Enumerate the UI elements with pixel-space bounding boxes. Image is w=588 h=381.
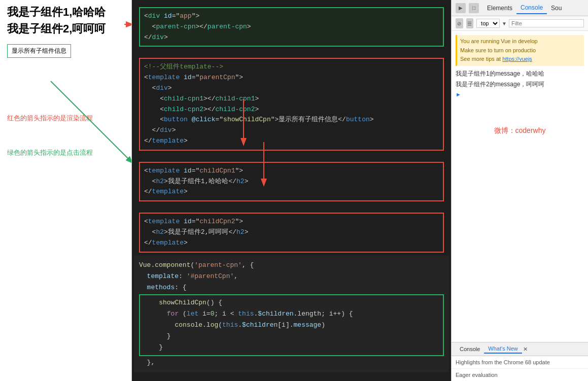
- device-icon[interactable]: □: [469, 3, 479, 13]
- code-panel: <div id="app"> <parent-cpn></parent-cpn>…: [132, 0, 451, 381]
- clear-console-icon[interactable]: ⊘: [456, 18, 463, 28]
- inspect-icon[interactable]: ▶: [456, 3, 466, 13]
- weibo-label: 微博：coderwhy: [456, 120, 584, 141]
- bottom-tab-console[interactable]: Console: [456, 345, 484, 353]
- tab-console[interactable]: Console: [516, 2, 547, 14]
- bottom-tab-whatsnew[interactable]: What's New: [484, 344, 522, 354]
- filter-input[interactable]: [509, 19, 584, 27]
- highlights-box: Highlights from the Chrome 68 update: [452, 356, 588, 369]
- preview-text1: 我是子组件1,哈哈哈: [7, 5, 124, 20]
- child1-template-block: <template id="childCpn1"> <h2>我是子组件1,哈哈哈…: [139, 162, 444, 201]
- close-whatsnew-button[interactable]: ✕: [523, 346, 528, 353]
- devtools-top-tabs: ▶ □ Elements Console Sou: [452, 0, 588, 16]
- annotation-green: 绿色的箭头指示的是点击流程: [7, 148, 124, 157]
- parent-template-block: <!--父组件template--> <template id="parentC…: [139, 58, 444, 150]
- tab-sources[interactable]: Sou: [547, 3, 566, 14]
- left-panel: 我是子组件1,哈哈哈 我是子组件2,呵呵呵 显示所有子组件信息 红色的箭头指示的…: [0, 0, 132, 381]
- console-output: You are running Vue in develop Make sure…: [452, 31, 588, 342]
- filter-icon[interactable]: ☰: [466, 18, 474, 28]
- console-log-1: 我是子组件1的message，哈哈哈: [456, 69, 584, 79]
- show-children-button[interactable]: 显示所有子组件信息: [7, 44, 71, 58]
- vue-link[interactable]: https://vuejs: [502, 56, 532, 62]
- preview-text2: 我是子组件2,呵呵呵: [7, 22, 124, 37]
- eager-evaluation-box: Eager evaluation: [452, 369, 588, 381]
- devtools-bottom-tabs: Console What's New ✕: [452, 342, 588, 356]
- child2-template-block: <template id="childCpn2"> <h2>我是子组件2,呵呵呵…: [139, 213, 444, 252]
- html-app-block: <div id="app"> <parent-cpn></parent-cpn>…: [139, 7, 444, 47]
- devtools-panel: ▶ □ Elements Console Sou ⊘ ☰ top ▼ You a…: [451, 0, 588, 381]
- vue-warning: You are running Vue in develop Make sure…: [456, 35, 584, 66]
- console-arrow[interactable]: ►: [456, 90, 584, 99]
- js-code-block: Vue.component('parent-cpn', { template: …: [134, 256, 449, 373]
- filter-row: ⊘ ☰ top ▼: [452, 16, 588, 31]
- context-dropdown[interactable]: top: [476, 19, 500, 28]
- annotation-red: 红色的箭头指示的是渲染流程: [7, 114, 124, 123]
- dropdown-arrow-icon: ▼: [502, 21, 507, 26]
- console-log-2: 我是子组件2的message，呵呵呵: [456, 80, 584, 89]
- tab-elements[interactable]: Elements: [483, 3, 516, 14]
